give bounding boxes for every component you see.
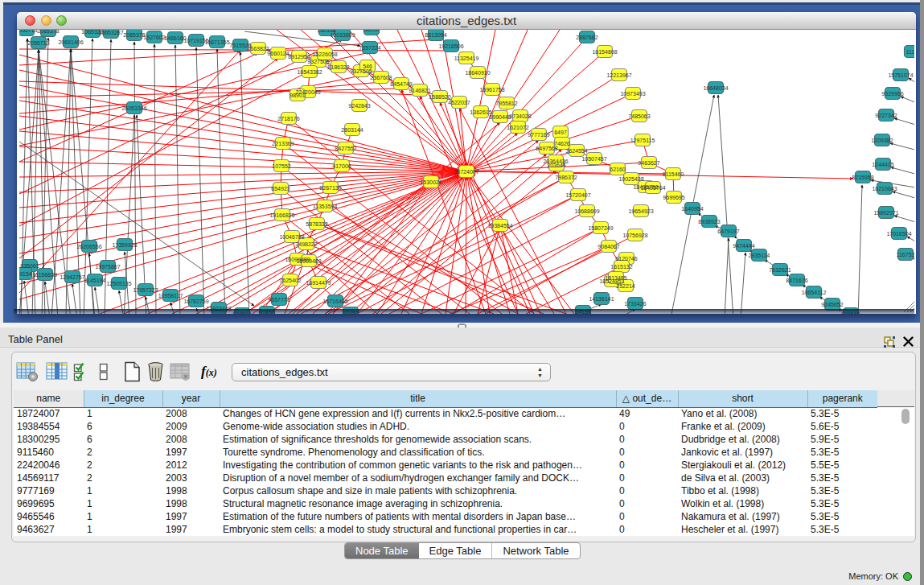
svg-text:16671355: 16671355	[204, 39, 229, 45]
svg-text:417006: 417006	[332, 163, 351, 169]
svg-text:1615132: 1615132	[610, 264, 632, 270]
svg-text:12505135: 12505135	[106, 281, 131, 286]
svg-text:2055713: 2055713	[19, 30, 38, 33]
svg-text:18724007: 18724007	[454, 169, 478, 175]
svg-text:10654112: 10654112	[802, 290, 827, 295]
svg-text:15751074: 15751074	[888, 72, 913, 78]
svg-text:19654923: 19654923	[628, 208, 653, 214]
svg-text:7357224: 7357224	[359, 45, 380, 51]
svg-text:2085378: 2085378	[123, 32, 145, 38]
svg-text:2213369: 2213369	[272, 141, 294, 146]
svg-text:1733426: 1733426	[624, 301, 646, 307]
svg-text:546: 546	[363, 64, 372, 69]
svg-text:16099489: 16099489	[296, 258, 321, 264]
svg-text:9242843: 9242843	[348, 103, 370, 109]
svg-text:8813054: 8813054	[425, 32, 446, 38]
svg-text:10507457: 10507457	[581, 156, 606, 162]
svg-text:17016504: 17016504	[886, 231, 911, 237]
svg-text:1813485: 1813485	[605, 275, 626, 281]
svg-text:9734028: 9734028	[509, 113, 531, 119]
svg-text:26053346: 26053346	[121, 105, 146, 111]
svg-text:2887682: 2887682	[576, 35, 598, 40]
svg-text:1588520: 1588520	[429, 94, 450, 100]
svg-text:9463627: 9463627	[638, 160, 659, 166]
svg-text:2055713: 2055713	[27, 40, 49, 46]
svg-text:7955812: 7955812	[495, 101, 517, 106]
svg-text:16914479: 16914479	[306, 280, 331, 286]
svg-text:8427552: 8427552	[335, 146, 356, 151]
svg-text:5878332: 5878332	[306, 221, 327, 227]
svg-text:19218506: 19218506	[438, 43, 463, 49]
svg-text:9329966: 9329966	[881, 91, 903, 97]
svg-text:3624554: 3624554	[565, 148, 587, 154]
svg-text:26206556: 26206556	[76, 244, 101, 249]
svg-text:18640910: 18640910	[465, 70, 490, 76]
svg-text:15692971: 15692971	[873, 210, 898, 216]
svg-text:1244415: 1244415	[872, 162, 893, 167]
svg-text:11325419: 11325419	[454, 56, 479, 61]
svg-text:88130: 88130	[363, 30, 380, 32]
svg-text:20364436: 20364436	[543, 159, 568, 164]
svg-text:16648034: 16648034	[703, 85, 728, 91]
svg-text:1209382: 1209382	[871, 138, 893, 143]
svg-text:9245652: 9245652	[821, 302, 843, 307]
svg-text:10688609: 10688609	[574, 208, 599, 214]
svg-text:10973493: 10973493	[620, 91, 645, 97]
svg-text:9657771: 9657771	[268, 297, 290, 303]
svg-text:9777169: 9777169	[528, 132, 549, 138]
svg-text:11156829: 11156829	[33, 272, 57, 278]
svg-text:15226058: 15226058	[312, 51, 337, 57]
svg-text:19166825: 19166825	[269, 212, 294, 218]
svg-text:10025438: 10025438	[618, 176, 643, 182]
svg-text:16782759: 16782759	[183, 299, 208, 304]
svg-text:2085378: 2085378	[37, 30, 59, 34]
svg-text:835061: 835061	[20, 263, 39, 269]
svg-text:17957223: 17957223	[133, 287, 158, 293]
svg-text:12975115: 12975115	[630, 138, 655, 143]
svg-text:6497: 6497	[554, 130, 567, 135]
svg-text:20691406: 20691406	[58, 39, 83, 45]
svg-text:17359928: 17359928	[112, 242, 137, 248]
svg-text:98901: 98901	[290, 93, 306, 98]
svg-text:10653287: 10653287	[98, 30, 123, 35]
svg-text:1527602: 1527602	[143, 35, 165, 40]
svg-text:9327505: 9327505	[307, 59, 329, 64]
svg-text:2367608: 2367608	[370, 75, 392, 80]
svg-text:252214: 252214	[616, 283, 634, 289]
svg-text:1145194: 1145194	[84, 278, 106, 283]
svg-text:15807249: 15807249	[588, 225, 613, 231]
svg-text:12942757: 12942757	[60, 274, 84, 280]
svg-text:7632621: 7632621	[769, 267, 791, 273]
svg-text:16543382: 16543382	[297, 69, 322, 75]
svg-text:1621072: 1621072	[507, 125, 528, 130]
svg-text:62160: 62160	[610, 167, 626, 172]
svg-text:2935114: 2935114	[749, 253, 770, 258]
svg-text:16033809: 16033809	[330, 32, 355, 38]
svg-text:11353594: 11353594	[313, 204, 338, 209]
svg-text:10756928: 10756928	[622, 233, 647, 238]
svg-text:9227342: 9227342	[875, 113, 897, 118]
svg-text:8215958: 8215958	[852, 175, 873, 180]
svg-text:107552: 107552	[272, 163, 290, 169]
svg-text:9474444: 9474444	[733, 243, 754, 249]
svg-text:16210643: 16210643	[872, 186, 897, 192]
svg-text:4522037: 4522037	[448, 100, 470, 105]
svg-text:12213967: 12213967	[606, 72, 631, 78]
svg-text:116753: 116753	[897, 252, 914, 257]
svg-text:19384554: 19384554	[487, 223, 512, 229]
svg-text:8454749: 8454749	[390, 81, 412, 87]
svg-text:10046788: 10046788	[279, 234, 304, 240]
svg-text:8186328: 8186328	[327, 64, 349, 70]
svg-text:74626: 74626	[554, 141, 570, 146]
svg-text:6479197: 6479197	[717, 229, 739, 234]
svg-text:6120746: 6120746	[615, 256, 637, 262]
svg-text:9699695: 9699695	[663, 195, 684, 200]
svg-text:6497568: 6497568	[536, 146, 557, 151]
svg-text:15716485: 15716485	[322, 299, 347, 304]
svg-text:1117: 1117	[906, 49, 914, 55]
svg-text:9660124: 9660124	[267, 51, 289, 56]
svg-text:2803144: 2803144	[341, 127, 363, 133]
svg-text:7986372: 7986372	[555, 175, 577, 180]
svg-text:39154: 39154	[19, 271, 32, 277]
svg-text:654923: 654923	[271, 186, 290, 192]
